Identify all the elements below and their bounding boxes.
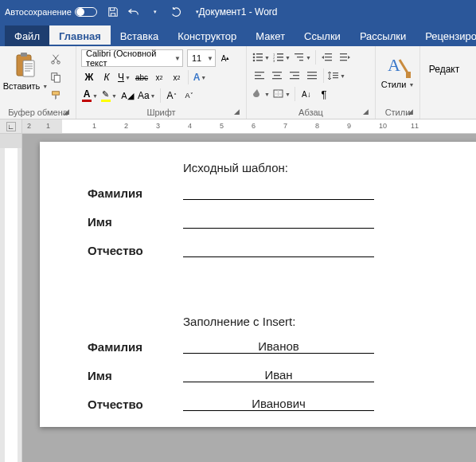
svg-rect-9: [256, 53, 263, 55]
form-row-name-2: Имя Иван: [88, 368, 390, 382]
increase-font-button[interactable]: A▴: [217, 50, 233, 66]
borders-button[interactable]: ▼: [272, 86, 291, 102]
copy-button[interactable]: [48, 69, 64, 85]
svg-point-10: [253, 57, 256, 59]
svg-rect-33: [274, 75, 280, 76]
value-patronymic-empty[interactable]: [183, 243, 374, 257]
undo-icon[interactable]: [127, 6, 140, 18]
font-name-combo[interactable]: Calibri (Основной текст ▼: [81, 49, 183, 67]
strikethrough-button[interactable]: abc: [134, 69, 150, 85]
tab-insert[interactable]: Вставка: [111, 25, 168, 46]
svg-rect-38: [307, 72, 317, 72]
font-launcher-icon[interactable]: ◢: [232, 108, 241, 117]
group-font-label: Шрифт: [146, 108, 175, 117]
multilevel-button[interactable]: ▼: [293, 49, 312, 65]
svg-rect-7: [53, 92, 60, 95]
label-patronymic: Отчество: [88, 244, 183, 257]
svg-rect-24: [325, 57, 332, 57]
group-clipboard: Вставить▼ Буфер обмена◢: [0, 46, 76, 119]
tab-layout[interactable]: Макет: [246, 25, 295, 46]
tab-mailings[interactable]: Рассылки: [350, 25, 416, 46]
font-size-combo[interactable]: 11 ▼: [187, 49, 216, 67]
shading-button[interactable]: ▼: [252, 86, 271, 102]
tab-file[interactable]: Файл: [5, 25, 49, 46]
value-name-filled[interactable]: Иван: [183, 368, 374, 382]
superscript-button[interactable]: x2: [169, 69, 185, 85]
ruler-scale[interactable]: 2 1 1 2 3 4 5 6 7 8 9 10 11: [22, 119, 476, 133]
svg-rect-25: [325, 60, 332, 61]
horizontal-ruler: ∟ 2 1 1 2 3 4 5 6 7 8 9 10 11: [0, 119, 476, 134]
svg-rect-6: [54, 75, 60, 82]
svg-rect-11: [256, 57, 263, 58]
paste-button[interactable]: Вставить▼: [5, 49, 46, 104]
tab-home[interactable]: Главная: [49, 25, 111, 46]
svg-rect-46: [406, 72, 411, 78]
tab-review[interactable]: Рецензиров: [416, 25, 476, 46]
form-row-surname-1: Фамилия: [88, 186, 390, 200]
document-area: Исходный шаблон: Фамилия Имя Отчество За…: [0, 134, 476, 462]
styles-launcher-icon[interactable]: ◢: [405, 108, 415, 117]
group-clipboard-label: Буфер обмена: [8, 108, 68, 117]
increase-indent-button[interactable]: [337, 49, 353, 65]
bullets-button[interactable]: ▼: [252, 49, 271, 65]
value-name-empty[interactable]: [183, 214, 374, 229]
subscript-button[interactable]: x2: [151, 69, 167, 85]
autosave-toggle[interactable]: Автосохранение: [5, 7, 97, 17]
sort-button[interactable]: A↓: [298, 86, 314, 102]
italic-button[interactable]: К: [99, 69, 115, 85]
font-size-value: 11: [192, 53, 201, 63]
grow-font-button[interactable]: A˄: [164, 88, 180, 104]
qat-customize-icon[interactable]: ▾: [191, 6, 204, 18]
svg-rect-40: [307, 78, 317, 79]
shrink-font-button[interactable]: A˅: [181, 88, 197, 104]
value-surname-empty[interactable]: [183, 186, 374, 200]
form-row-patronymic-2: Отчество Иванович: [88, 397, 390, 411]
paste-icon: [14, 51, 37, 80]
highlight-button[interactable]: ✎▼: [100, 88, 118, 104]
tab-design[interactable]: Конструктор: [168, 25, 246, 46]
numbering-button[interactable]: 123▼: [272, 49, 291, 65]
line-spacing-button[interactable]: ▼: [327, 68, 346, 84]
autosave-switch[interactable]: [75, 7, 97, 17]
undo-menu-icon[interactable]: ▾: [149, 6, 162, 18]
format-painter-button[interactable]: [48, 88, 64, 104]
section-title-2: Заполнение с Insert:: [183, 315, 390, 328]
ribbon: Вставить▼ Буфер обмена◢ Calibri (Основно…: [0, 46, 476, 119]
cut-button[interactable]: [48, 51, 64, 67]
clipboard-launcher-icon[interactable]: ◢: [61, 108, 71, 117]
styles-button[interactable]: A Стили▼: [378, 49, 418, 91]
align-right-button[interactable]: [287, 68, 302, 84]
svg-rect-23: [325, 53, 332, 54]
change-case-button[interactable]: Aa▼: [137, 88, 157, 104]
char-shading-button[interactable]: A◢: [119, 88, 135, 104]
svg-rect-36: [293, 75, 299, 76]
label-surname: Фамилия: [88, 186, 183, 200]
text-effects-button[interactable]: A▼: [192, 69, 208, 85]
editing-button[interactable]: Редакт: [429, 64, 459, 75]
label-name: Имя: [88, 369, 183, 382]
font-color-button[interactable]: A▼: [81, 88, 99, 104]
tab-selector[interactable]: ∟: [0, 119, 22, 133]
decrease-indent-button[interactable]: [319, 49, 335, 65]
svg-rect-35: [290, 72, 299, 72]
save-icon[interactable]: [107, 6, 119, 18]
bold-button[interactable]: Ж: [81, 69, 97, 85]
align-center-button[interactable]: [269, 68, 285, 84]
align-left-button[interactable]: [252, 68, 267, 84]
align-justify-button[interactable]: [304, 68, 320, 84]
underline-button[interactable]: Ч▼: [116, 69, 132, 85]
page[interactable]: Исходный шаблон: Фамилия Имя Отчество За…: [40, 142, 476, 427]
vertical-ruler[interactable]: [0, 134, 22, 462]
tab-references[interactable]: Ссылки: [295, 25, 350, 46]
redo-icon[interactable]: [170, 6, 182, 18]
svg-rect-21: [297, 57, 303, 57]
show-marks-button[interactable]: ¶: [316, 86, 332, 102]
page-viewport: Исходный шаблон: Фамилия Имя Отчество За…: [22, 134, 476, 462]
quick-access-toolbar: ▾ ▾: [107, 6, 204, 18]
chevron-down-icon: ▼: [207, 55, 213, 62]
value-surname-filled[interactable]: Иванов: [183, 339, 374, 354]
paragraph-launcher-icon[interactable]: ◢: [361, 108, 370, 117]
value-patronymic-filled[interactable]: Иванович: [183, 397, 374, 411]
svg-rect-20: [295, 53, 303, 54]
svg-rect-22: [299, 60, 303, 61]
